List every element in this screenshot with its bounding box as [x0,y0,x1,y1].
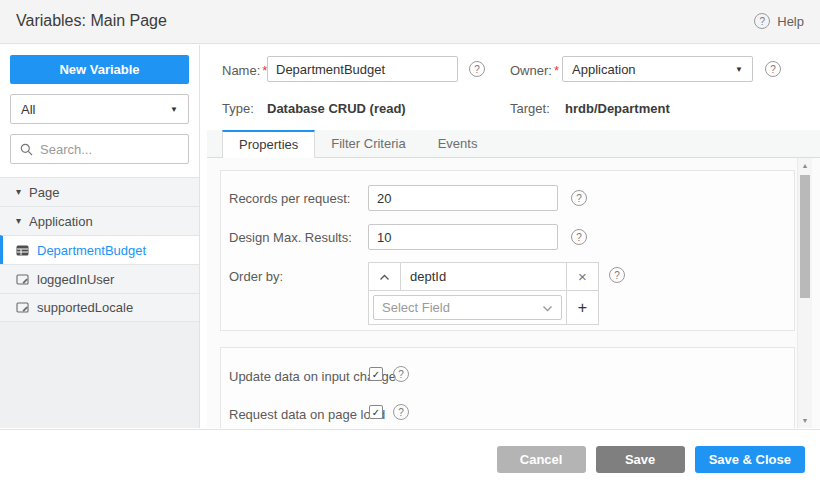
plus-icon: + [578,299,587,317]
records-per-request-label: Records per request: [229,191,350,206]
sidebar-controls: New Variable All ▼ [0,45,199,177]
tab-properties[interactable]: Properties [222,130,315,158]
help-label: Help [777,14,804,29]
sort-direction-toggle[interactable] [369,263,401,290]
caret-down-icon: ▼ [735,65,743,74]
new-variable-button[interactable]: New Variable [10,55,189,84]
design-max-results-help-icon[interactable]: ? [571,229,587,245]
update-on-input-change-help-icon[interactable]: ? [393,366,409,382]
search-input[interactable] [40,142,179,157]
type-value: Database CRUD (read) [267,101,406,116]
help-link[interactable]: ? Help [754,13,804,29]
variable-tree: ▾ Page ▾ Application DepartmentBudget lo… [0,177,199,322]
order-by-field[interactable]: deptId [401,263,566,290]
help-icon: ? [754,13,770,29]
add-field-button[interactable]: + [566,291,598,324]
tree-item-departmentbudget[interactable]: DepartmentBudget [0,235,199,264]
caret-down-icon: ▼ [170,105,178,114]
owner-help-icon[interactable]: ? [765,61,781,77]
variable-filter-value: All [21,102,35,117]
name-input[interactable] [267,56,458,82]
tab-filter-criteria[interactable]: Filter Criteria [315,130,421,158]
select-field-dropdown[interactable]: Select Field [373,295,562,320]
save-button[interactable]: Save [596,446,685,473]
tree-group-page[interactable]: ▾ Page [0,177,199,206]
tree-item-label: loggedInUser [37,272,114,287]
save-and-close-button[interactable]: Save & Close [695,446,805,473]
select-field-placeholder: Select Field [382,300,450,315]
dialog-footer: Cancel Save Save & Close [0,429,820,488]
tree-group-label: Page [29,185,59,200]
search-icon [20,143,33,156]
tree-item-label: supportedLocale [37,300,133,315]
remove-field-button[interactable]: × [566,263,598,290]
detail-tabbar: Properties Filter Criteria Events [207,130,820,158]
variable-filter-dropdown[interactable]: All ▼ [10,94,189,124]
name-help-icon[interactable]: ? [469,61,485,77]
static-variable-icon [16,301,29,314]
request-settings-group: Records per request: ? Design Max. Resul… [220,170,795,331]
tree-expanded-icon: ▾ [16,187,21,197]
vertical-scrollbar[interactable]: ▲ ▼ [797,158,812,428]
order-by-help-icon[interactable]: ? [609,267,625,283]
type-label: Type: [222,101,254,116]
design-max-results-label: Design Max. Results: [229,230,352,245]
order-by-label: Order by: [229,269,283,284]
order-by-widget: deptId × Select Field + [368,262,599,325]
owner-label: Owner:* [510,63,559,78]
scroll-up-icon[interactable]: ▲ [798,162,812,169]
target-value: hrdb/Department [565,101,670,116]
records-per-request-help-icon[interactable]: ? [571,190,587,206]
tree-item-loggedinuser[interactable]: loggedInUser [0,264,199,293]
owner-select[interactable]: Application ▼ [562,56,753,82]
tree-item-supportedlocale[interactable]: supportedLocale [0,293,199,322]
chevron-up-icon [379,269,390,284]
name-label: Name:* [222,63,267,78]
order-by-add-row: Select Field + [368,291,599,325]
variable-search [10,134,189,164]
behavior-settings-group: Update data on input change ✓ ? Request … [220,347,795,428]
close-icon: × [578,268,587,285]
tree-group-label: Application [29,214,93,229]
check-icon: ✓ [372,369,380,380]
order-by-entry: deptId × [368,262,599,291]
request-on-page-load-label: Request data on page load [229,407,385,422]
page-title: Variables: Main Page [16,12,167,30]
request-on-page-load-help-icon[interactable]: ? [393,404,409,420]
cancel-button[interactable]: Cancel [497,446,586,473]
scroll-down-icon[interactable]: ▼ [798,417,812,424]
static-variable-icon [16,273,29,286]
tree-item-label: DepartmentBudget [37,243,146,258]
tree-group-application[interactable]: ▾ Application [0,206,199,235]
records-per-request-input[interactable] [368,185,558,211]
design-max-results-input[interactable] [368,224,558,250]
update-on-input-change-checkbox[interactable]: ✓ [369,367,383,381]
variables-sidebar: New Variable All ▼ ▾ Page ▾ Application [0,45,200,428]
target-label: Target: [510,101,550,116]
scrollbar-thumb[interactable] [800,175,810,298]
tab-events[interactable]: Events [422,130,494,158]
tree-expanded-icon: ▾ [16,216,21,226]
dialog-header: Variables: Main Page ? Help [0,0,820,44]
variable-detail-panel: Name:* ? Owner:* Application ▼ ? Type: D… [207,44,820,428]
database-crud-icon [16,244,29,257]
request-on-page-load-checkbox[interactable]: ✓ [369,405,383,419]
owner-value: Application [572,62,636,77]
chevron-down-icon [542,300,553,315]
required-asterisk: * [554,63,559,78]
variables-dialog: Variables: Main Page ? Help New Variable… [0,0,820,488]
properties-tab-content: Records per request: ? Design Max. Resul… [207,158,820,428]
check-icon: ✓ [372,407,380,418]
